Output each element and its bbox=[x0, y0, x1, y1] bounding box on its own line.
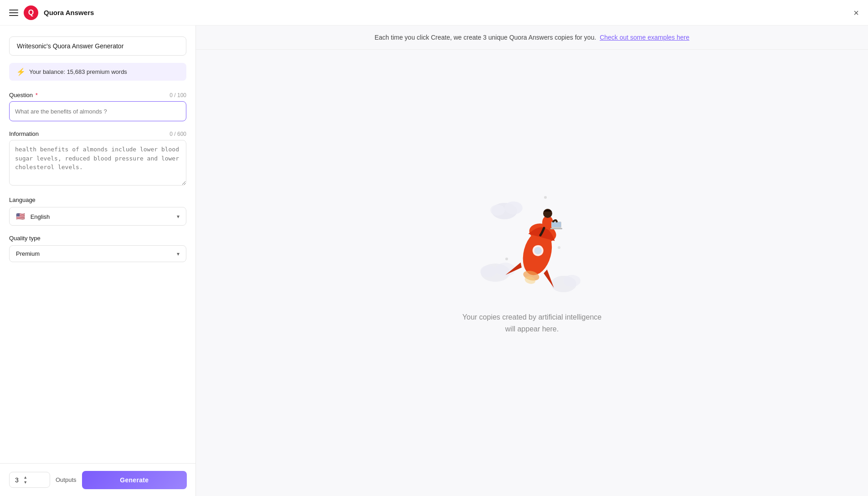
language-value: English bbox=[31, 213, 50, 220]
right-panel: Each time you click Create, we create 3 … bbox=[196, 26, 868, 496]
stepper-arrows: ▲ ▼ bbox=[22, 475, 29, 485]
svg-rect-17 bbox=[552, 222, 561, 227]
quality-chevron-icon: ▾ bbox=[177, 251, 180, 257]
top-notice: Each time you click Create, we create 3 … bbox=[196, 26, 868, 50]
main-layout: Writesonic's Quora Answer Generator ⚡ Yo… bbox=[0, 26, 868, 496]
information-field-header: Information 0 / 600 bbox=[9, 130, 186, 137]
information-textarea[interactable] bbox=[9, 140, 186, 186]
quality-dropdown[interactable]: Premium ▾ bbox=[9, 245, 186, 262]
question-field-header: Question * 0 / 100 bbox=[9, 92, 186, 98]
bottom-bar: 3 ▲ ▼ Outputs Generate bbox=[0, 463, 196, 496]
topbar: Q Quora Answers × bbox=[0, 0, 868, 26]
close-icon[interactable]: × bbox=[853, 8, 859, 17]
app-logo: Q bbox=[24, 5, 38, 20]
svg-point-21 bbox=[558, 246, 560, 249]
stepper-up-icon[interactable]: ▲ bbox=[22, 475, 29, 480]
language-dropdown-wrapper: 🇺🇸 English ▾ bbox=[9, 207, 186, 226]
examples-link[interactable]: Check out some examples here bbox=[600, 34, 689, 41]
svg-point-20 bbox=[505, 258, 508, 260]
app-title: Quora Answers bbox=[44, 9, 94, 16]
language-dropdown[interactable]: 🇺🇸 English ▾ bbox=[9, 207, 186, 226]
placeholder-text: Your copies created by artificial intell… bbox=[462, 311, 601, 335]
language-flag-and-value: 🇺🇸 English bbox=[16, 212, 50, 221]
lightning-icon: ⚡ bbox=[16, 67, 26, 76]
illustration bbox=[468, 184, 596, 302]
outputs-stepper: 3 ▲ ▼ bbox=[9, 472, 50, 488]
question-label: Question * bbox=[9, 92, 38, 98]
language-chevron-icon: ▾ bbox=[177, 213, 180, 220]
left-panel: Writesonic's Quora Answer Generator ⚡ Yo… bbox=[0, 26, 196, 496]
svg-rect-18 bbox=[550, 228, 562, 229]
balance-box: ⚡ Your balance: 15,683 premium words bbox=[9, 63, 186, 81]
information-label: Information bbox=[9, 130, 39, 137]
outputs-value: 3 bbox=[15, 476, 19, 484]
svg-point-5 bbox=[480, 265, 497, 277]
balance-text: Your balance: 15,683 premium words bbox=[29, 68, 127, 75]
generate-button[interactable]: Generate bbox=[82, 471, 187, 489]
svg-point-7 bbox=[563, 275, 580, 287]
outputs-label: Outputs bbox=[56, 476, 77, 483]
hamburger-menu-icon[interactable] bbox=[9, 10, 18, 16]
quality-dropdown-wrapper: Premium ▾ bbox=[9, 245, 186, 262]
question-input[interactable] bbox=[9, 101, 186, 121]
quality-value: Premium bbox=[16, 250, 40, 257]
svg-point-2 bbox=[490, 205, 505, 216]
topbar-left: Q Quora Answers bbox=[9, 5, 94, 20]
right-content: Your copies created by artificial intell… bbox=[462, 50, 601, 496]
language-flag: 🇺🇸 bbox=[16, 212, 25, 220]
left-content: Writesonic's Quora Answer Generator ⚡ Yo… bbox=[9, 36, 186, 485]
stepper-down-icon[interactable]: ▼ bbox=[22, 480, 29, 485]
tool-title-box: Writesonic's Quora Answer Generator bbox=[9, 36, 186, 56]
information-counter: 0 / 600 bbox=[169, 131, 186, 137]
svg-point-19 bbox=[544, 196, 547, 199]
svg-point-1 bbox=[504, 202, 523, 214]
quality-label: Quality type bbox=[9, 235, 186, 242]
language-label: Language bbox=[9, 196, 186, 203]
question-counter: 0 / 100 bbox=[169, 92, 186, 98]
